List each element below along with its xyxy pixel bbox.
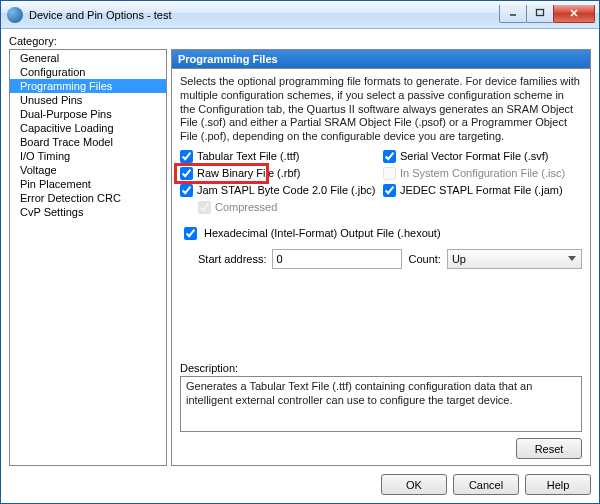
check-jbc-label: Jam STAPL Byte Code 2.0 File (.jbc): [197, 184, 376, 196]
check-compressed-box: [198, 201, 211, 214]
panel-body: Selects the optional programming file fo…: [171, 68, 591, 466]
check-ttf[interactable]: Tabular Text File (.ttf): [180, 150, 379, 163]
dialog-footer: OK Cancel Help: [1, 474, 599, 503]
category-item[interactable]: I/O Timing: [10, 149, 166, 163]
category-item[interactable]: Unused Pins: [10, 93, 166, 107]
category-item[interactable]: General: [10, 51, 166, 65]
description-text: Generates a Tabular Text File (.ttf) con…: [180, 376, 582, 432]
category-item[interactable]: CvP Settings: [10, 205, 166, 219]
svg-rect-1: [537, 10, 544, 16]
window-controls: [500, 5, 595, 25]
check-jam-label: JEDEC STAPL Format File (.jam): [400, 184, 563, 196]
check-rbf-box[interactable]: [180, 167, 193, 180]
category-item[interactable]: Board Trace Model: [10, 135, 166, 149]
check-rbf[interactable]: Raw Binary File (.rbf): [180, 167, 379, 180]
check-svf-label: Serial Vector Format File (.svf): [400, 150, 549, 162]
category-item-programming-files[interactable]: Programming Files: [10, 79, 166, 93]
minimize-button[interactable]: [499, 5, 527, 23]
check-isc: In System Configuration File (.isc): [383, 167, 582, 180]
panel-intro: Selects the optional programming file fo…: [180, 75, 582, 144]
check-compressed: Compressed: [198, 201, 379, 214]
category-item[interactable]: Dual-Purpose Pins: [10, 107, 166, 121]
check-isc-label: In System Configuration File (.isc): [400, 167, 565, 179]
help-button[interactable]: Help: [525, 474, 591, 495]
check-ttf-label: Tabular Text File (.ttf): [197, 150, 300, 162]
check-hexout[interactable]: Hexadecimal (Intel-Format) Output File (…: [180, 224, 582, 243]
category-label: Category:: [9, 35, 591, 47]
count-value: Up: [452, 253, 466, 265]
window-title: Device and Pin Options - test: [29, 9, 171, 21]
start-address-input[interactable]: [272, 249, 402, 269]
check-jam[interactable]: JEDEC STAPL Format File (.jam): [383, 184, 582, 197]
close-button[interactable]: [553, 5, 595, 23]
category-item[interactable]: Pin Placement: [10, 177, 166, 191]
dialog-window: Device and Pin Options - test Category: …: [0, 0, 600, 504]
check-isc-box: [383, 167, 396, 180]
count-combo[interactable]: Up: [447, 249, 582, 269]
start-address-label: Start address:: [198, 253, 266, 265]
cancel-button[interactable]: Cancel: [453, 474, 519, 495]
check-svf[interactable]: Serial Vector Format File (.svf): [383, 150, 582, 163]
check-jam-box[interactable]: [383, 184, 396, 197]
panel-title: Programming Files: [171, 49, 591, 68]
description-label: Description:: [180, 362, 582, 374]
chevron-down-icon: [564, 251, 579, 266]
titlebar: Device and Pin Options - test: [1, 1, 599, 29]
category-item[interactable]: Capacitive Loading: [10, 121, 166, 135]
check-jbc[interactable]: Jam STAPL Byte Code 2.0 File (.jbc): [180, 184, 379, 197]
category-item[interactable]: Voltage: [10, 163, 166, 177]
check-compressed-label: Compressed: [215, 201, 277, 213]
reset-button[interactable]: Reset: [516, 438, 582, 459]
app-icon: [7, 7, 23, 23]
maximize-button[interactable]: [526, 5, 554, 23]
check-svf-box[interactable]: [383, 150, 396, 163]
check-hexout-label: Hexadecimal (Intel-Format) Output File (…: [204, 227, 441, 239]
check-ttf-box[interactable]: [180, 150, 193, 163]
check-hexout-box[interactable]: [184, 227, 197, 240]
count-label: Count:: [408, 253, 440, 265]
check-jbc-box[interactable]: [180, 184, 193, 197]
category-item[interactable]: Error Detection CRC: [10, 191, 166, 205]
category-list[interactable]: General Configuration Programming Files …: [9, 49, 167, 466]
ok-button[interactable]: OK: [381, 474, 447, 495]
check-rbf-label: Raw Binary File (.rbf): [197, 167, 300, 179]
category-item[interactable]: Configuration: [10, 65, 166, 79]
